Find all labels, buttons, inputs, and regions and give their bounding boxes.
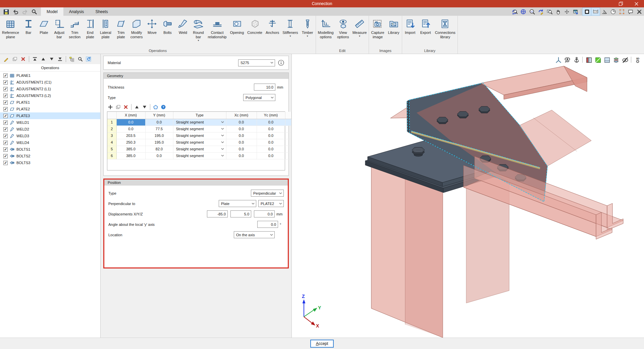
xc-cell[interactable]: 0.0 <box>226 152 257 159</box>
move-bottom-button[interactable] <box>56 55 64 63</box>
tree-item-plate1[interactable]: ✓PLATE1 <box>0 99 100 106</box>
yc-cell[interactable]: 0.0 <box>257 126 285 132</box>
tree-item-checkbox[interactable]: ✓ <box>3 80 8 85</box>
accept-button[interactable]: Accept <box>310 340 334 348</box>
move-up-button[interactable] <box>40 55 47 63</box>
tree-item-checkbox[interactable]: ✓ <box>3 141 8 145</box>
tree-item-weld2[interactable]: ✓WELD2 <box>0 126 100 133</box>
undo-button[interactable] <box>11 8 19 15</box>
help-button[interactable]: ? <box>160 104 167 110</box>
row-number-cell[interactable]: 3 <box>107 132 116 139</box>
displacement-x-input[interactable]: -85.0 <box>207 210 228 217</box>
move-down-button[interactable] <box>48 55 55 63</box>
row-number-cell[interactable]: 1 <box>107 119 116 126</box>
tree-item-bolts2[interactable]: ✓BOLTS2 <box>0 153 100 159</box>
delete-x-button[interactable] <box>122 104 129 110</box>
tree-item-weld1[interactable]: ✓WELD1 <box>0 119 100 126</box>
ribbon-button-move[interactable]: Move <box>144 16 160 35</box>
comment-button[interactable] <box>626 8 635 15</box>
zoom-extents-button[interactable] <box>519 8 527 15</box>
position-type-select[interactable]: Perpendicular <box>251 190 284 197</box>
tree-item-checkbox[interactable]: ✓ <box>3 94 8 98</box>
perpendicular-to-item-select[interactable]: PLATE2 <box>258 200 284 207</box>
tab-analysis[interactable]: Analysis <box>63 7 90 16</box>
ribbon-button-timber[interactable]: Timber▾ <box>300 16 315 37</box>
geometry-type-select[interactable]: Polygonal <box>243 94 275 101</box>
y-cell[interactable]: 195.0 <box>145 132 173 139</box>
ribbon-button-import[interactable]: Import <box>402 16 418 35</box>
ribbon-button-weld[interactable]: Weld <box>175 16 191 35</box>
tree-item-checkbox[interactable]: ✓ <box>3 107 8 111</box>
tree-item-checkbox[interactable]: ✓ <box>3 87 8 91</box>
tree-item-plane1[interactable]: ✓PLANE1 <box>0 72 100 79</box>
dimensions-button[interactable]: 1.00 <box>591 8 600 15</box>
refresh-button[interactable] <box>85 55 92 63</box>
close-window-button[interactable] <box>629 0 644 7</box>
tree-item-adjustment2-l1-[interactable]: ✓ADJUSTMENT2 (L1) <box>0 86 100 92</box>
ribbon-button-end-plate[interactable]: Endplate <box>83 16 98 39</box>
ribbon-button-view-options[interactable]: Viewoptions <box>335 16 351 39</box>
row-number-cell[interactable]: 6 <box>107 152 116 159</box>
xc-cell[interactable]: 0.0 <box>226 126 257 132</box>
row-number-cell[interactable]: 4 <box>107 139 116 146</box>
ribbon-button-reference-plane[interactable]: Referenceplane <box>0 16 21 39</box>
displacement-y-input[interactable]: 5.0 <box>230 210 251 217</box>
tree-item-weld3[interactable]: ✓WELD3 <box>0 133 100 139</box>
tree-item-checkbox[interactable]: ✓ <box>3 154 8 158</box>
switch-window-button[interactable] <box>571 8 580 15</box>
angle-input[interactable]: 0.0 <box>257 221 278 228</box>
ribbon-button-capture-image[interactable]: Captureimage <box>369 16 386 39</box>
thickness-input[interactable]: 10.0 <box>254 84 275 91</box>
yc-cell[interactable]: 0.0 <box>257 152 285 159</box>
ribbon-button-trim-plate[interactable]: Trimplate <box>113 16 129 39</box>
xc-cell[interactable]: 0.0 <box>226 146 257 152</box>
zoom-window-button[interactable] <box>545 8 553 15</box>
location-select[interactable]: On the axis <box>234 231 275 238</box>
tab-sheets[interactable]: Sheets <box>90 7 113 16</box>
ribbon-button-bolts[interactable]: Bolts <box>160 16 175 35</box>
y-cell[interactable]: 77.5 <box>145 126 173 132</box>
tree-item-plate2[interactable]: ✓PLATE2 <box>0 106 100 112</box>
row-number-cell[interactable]: 5 <box>107 146 116 152</box>
yc-cell[interactable]: 0.0 <box>257 132 285 139</box>
displacement-z-input[interactable]: 0.0 <box>254 210 275 217</box>
zoom-x2-button[interactable]: x2 <box>528 8 536 15</box>
segment-type-select[interactable]: Straight segment <box>173 139 226 146</box>
xc-cell[interactable]: 0.0 <box>226 139 257 146</box>
segment-type-select[interactable]: Straight segment <box>173 146 226 152</box>
ribbon-button-trim-section[interactable]: Trimsection <box>67 16 83 39</box>
ribbon-button-contact-relationship[interactable]: Contactrelationship <box>206 16 228 39</box>
pie-clock-button[interactable] <box>609 8 617 15</box>
ribbon-button-concrete[interactable]: Concrete <box>246 16 264 35</box>
ribbon-button-anchors[interactable]: Anchors <box>264 16 281 35</box>
tree-item-plate3[interactable]: ✓PLATE3 <box>0 112 100 119</box>
selection-grid-button[interactable] <box>618 8 626 15</box>
segment-type-select[interactable]: Straight segment <box>173 126 226 132</box>
copy-button[interactable] <box>115 104 121 110</box>
x-cell[interactable]: 203.5 <box>116 132 145 139</box>
tree-item-checkbox[interactable]: ✓ <box>3 114 8 118</box>
ribbon-button-opening[interactable]: Opening <box>228 16 246 35</box>
delete-x-button[interactable] <box>19 55 27 63</box>
solid-view-button[interactable] <box>583 8 591 15</box>
y-cell[interactable]: 195.0 <box>145 139 173 146</box>
xc-cell[interactable]: 0.0 <box>226 119 257 126</box>
tree-item-checkbox[interactable]: ✓ <box>3 100 8 105</box>
tab-model[interactable]: Model <box>41 7 63 16</box>
tree-view-button[interactable] <box>68 55 75 63</box>
tree-item-adjustment1-c1-[interactable]: ✓ADJUSTMENT1 (C1) <box>0 79 100 86</box>
yc-cell[interactable]: 0.0 <box>257 119 285 126</box>
move-top-button[interactable] <box>31 55 39 63</box>
copy-button[interactable] <box>11 55 18 63</box>
ribbon-button-export[interactable]: Export <box>418 16 433 35</box>
x-cell[interactable]: 0.0 <box>116 119 145 126</box>
ribbon-button-plate[interactable]: Plate <box>36 16 52 35</box>
segment-type-select[interactable]: Straight segment <box>173 152 226 159</box>
yc-cell[interactable]: 0.0 <box>257 139 285 146</box>
x-cell[interactable]: 385.0 <box>116 152 145 159</box>
row-number-cell[interactable]: 2 <box>107 126 116 132</box>
tree-item-checkbox[interactable]: ✓ <box>3 161 8 165</box>
ribbon-button-connections-library[interactable]: Connectionslibrary <box>433 16 457 39</box>
ribbon-button-measure[interactable]: Measure▾ <box>351 16 369 37</box>
y-cell[interactable]: 0.0 <box>145 152 173 159</box>
